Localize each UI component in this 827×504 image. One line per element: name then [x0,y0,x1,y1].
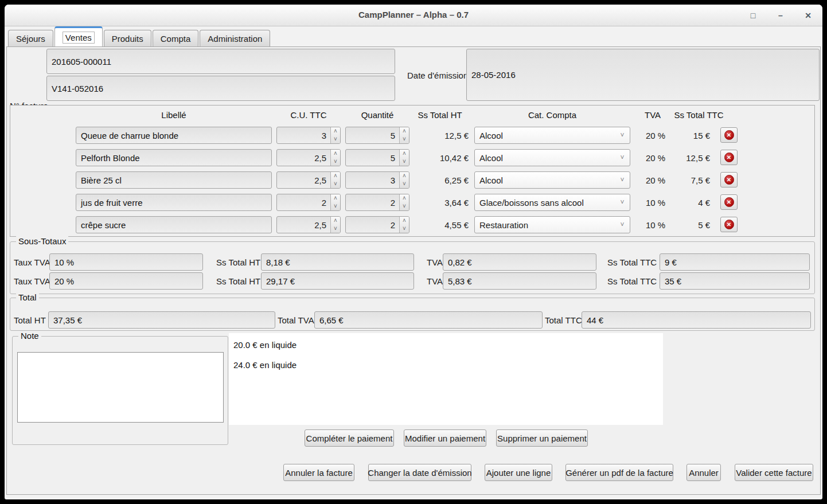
delete-line-button[interactable]: ✕ [720,217,738,232]
line-cat-compta-select[interactable]: Alcool ˅ [474,171,630,189]
line-libelle-input[interactable]: Bière 25 cl [76,171,272,189]
cancel-invoice-button[interactable]: Annuler la facture [283,464,354,481]
spin-down-icon[interactable]: ˅ [331,180,340,188]
line-cat-compta-select[interactable]: Alcool ˅ [474,127,630,144]
line-cat-compta-select[interactable]: Alcool ˅ [474,149,630,166]
spin-down-icon[interactable]: ˅ [331,225,340,233]
total-ttc-field: 44 € [582,311,811,329]
line-quantite-stepper[interactable]: 5 ˄˅ [345,127,409,144]
tab-produits[interactable]: Produits [104,30,151,46]
app-window: CampPlanner – Alpha – 0.7 □ – ✕ Séjours … [5,5,822,499]
generate-pdf-button[interactable]: Générer un pdf de la facture [565,464,673,481]
line-cu-ttc-stepper[interactable]: 3 ˄˅ [276,127,341,144]
payment-list-item[interactable]: 24.0 € en liquide [229,360,663,370]
tab-administration[interactable]: Administration [200,30,270,46]
ss-total-ht-label: Ss Total HT [216,276,260,286]
cancel-button[interactable]: Annuler [686,464,721,481]
payment-list-item[interactable]: 20.0 € en liquide [229,340,663,350]
line-ss-total-ht: 4,55 € [414,216,469,233]
spin-up-icon[interactable]: ˄ [400,127,409,135]
modify-payment-button[interactable]: Modifier un paiement [404,429,486,447]
spin-up-icon[interactable]: ˄ [400,150,409,158]
maximize-icon[interactable]: □ [747,9,759,22]
line-ss-total-ttc: 12,5 € [670,149,710,166]
payments-list: 20.0 € en liquide 24.0 € en liquide [229,333,663,425]
line-cu-ttc-stepper[interactable]: 2,5 ˄˅ [276,149,341,166]
tva-field: 5,83 € [443,272,596,290]
ss-total-ttc-field: 35 € [660,272,810,290]
close-icon[interactable]: ✕ [802,9,814,22]
col-header-quantite: Quantité [345,110,409,122]
tab-sejours[interactable]: Séjours [8,30,53,46]
spin-down-icon[interactable]: ˅ [400,158,409,166]
spin-down-icon[interactable]: ˅ [400,135,409,143]
line-libelle-input[interactable]: jus de fruit verre [76,194,272,211]
ss-total-ht-label: Ss Total HT [216,257,260,267]
line-quantite-stepper[interactable]: 2 ˄˅ [345,216,409,233]
window-controls: □ – ✕ [747,5,814,26]
sous-totaux-group: Sous-Totaux Taux TVA 10 % Ss Total HT 8,… [10,241,815,294]
spin-up-icon[interactable]: ˄ [400,194,409,202]
tab-bar: Séjours Ventes Produits Compta Administr… [8,26,270,46]
line-quantite-stepper[interactable]: 2 ˄˅ [345,194,409,211]
delete-line-button[interactable]: ✕ [720,172,738,187]
total-title: Total [16,292,39,302]
line-ss-total-ht: 3,64 € [414,194,469,211]
line-quantite-stepper[interactable]: 5 ˄˅ [345,149,409,166]
spin-up-icon[interactable]: ˄ [400,172,409,180]
validate-invoice-button[interactable]: Valider cette facture [735,464,813,481]
note-input[interactable] [17,352,224,423]
spin-down-icon[interactable]: ˅ [331,158,340,166]
spin-up-icon[interactable]: ˄ [400,217,409,225]
tva-label: TVA [427,257,443,267]
line-cat-compta-select[interactable]: Glace/boissons sans alcool ˅ [474,194,630,211]
line-libelle-input[interactable]: Pelforth Blonde [76,149,272,166]
total-ht-label: Total HT [14,315,46,325]
line-ss-total-ttc: 5 € [670,216,710,233]
invoice-number-field: 201605-000011 [46,49,395,74]
change-emission-date-button[interactable]: Changer la date d'émission [368,464,471,481]
delete-line-icon: ✕ [724,197,734,207]
minimize-icon[interactable]: – [774,9,787,22]
titlebar: CampPlanner – Alpha – 0.7 □ – ✕ [5,5,822,26]
spin-up-icon[interactable]: ˄ [331,172,340,180]
tva-field: 0,82 € [443,253,596,271]
spin-down-icon[interactable]: ˅ [400,225,409,233]
tab-compta[interactable]: Compta [153,30,199,46]
spin-down-icon[interactable]: ˅ [400,180,409,188]
delete-payment-button[interactable]: Supprimer un paiement [496,429,588,447]
spin-down-icon[interactable]: ˅ [331,135,340,143]
line-libelle-input[interactable]: crêpe sucre [76,216,272,233]
line-cat-compta-select[interactable]: Restauration ˅ [474,216,630,233]
note-group: Note [12,336,228,445]
spin-down-icon[interactable]: ˅ [400,202,409,210]
tva-label: TVA [427,276,443,286]
delete-line-button[interactable]: ✕ [720,150,738,165]
spin-down-icon[interactable]: ˅ [331,202,340,210]
invoice-number2-field: V141-052016 [46,76,395,101]
chevron-down-icon: ˅ [615,198,630,206]
delete-line-icon: ✕ [724,130,734,140]
line-cu-ttc-stepper[interactable]: 2 ˄˅ [276,194,341,211]
ss-total-ttc-field: 9 € [660,253,810,271]
invoice-lines-table: Libellé C.U. TTC Quantité Ss Total HT Ca… [10,105,815,237]
delete-line-icon: ✕ [724,175,734,185]
delete-line-button[interactable]: ✕ [720,127,738,143]
spin-up-icon[interactable]: ˄ [331,127,340,135]
spin-up-icon[interactable]: ˄ [331,217,340,225]
line-quantite-stepper[interactable]: 3 ˄˅ [345,171,409,189]
spin-up-icon[interactable]: ˄ [331,150,340,158]
line-libelle-input[interactable]: Queue de charrue blonde [76,127,272,144]
col-header-cat-compta: Cat. Compta [474,110,630,122]
delete-line-button[interactable]: ✕ [720,194,738,210]
complete-payment-button[interactable]: Compléter le paiement [305,429,394,447]
line-ss-total-ht: 10,42 € [414,149,469,166]
emission-date-field: 28-05-2016 [466,49,820,101]
taux-tva-field: 20 % [49,272,203,290]
line-cu-ttc-stepper[interactable]: 2,5 ˄˅ [276,171,341,189]
spin-up-icon[interactable]: ˄ [331,194,340,202]
total-ht-field: 37,35 € [48,311,275,329]
line-cu-ttc-stepper[interactable]: 2,5 ˄˅ [276,216,341,233]
add-line-button[interactable]: Ajouter une ligne [485,464,552,481]
tab-ventes[interactable]: Ventes [54,26,103,46]
